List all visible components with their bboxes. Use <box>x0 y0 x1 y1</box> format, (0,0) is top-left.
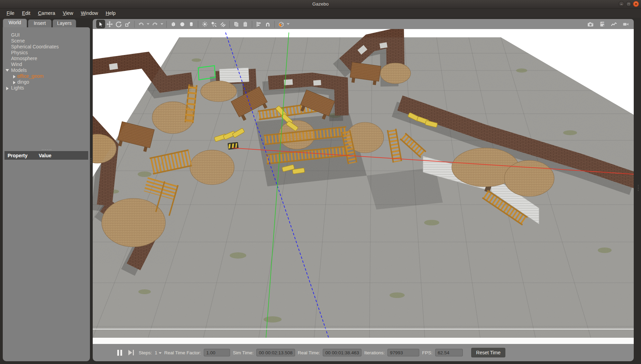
viewport-panel: LOG <box>93 19 634 361</box>
maximize-icon[interactable]: □ <box>626 1 632 7</box>
real-time-label: Real Time: <box>298 350 320 355</box>
tree-item-wind[interactable]: Wind <box>3 62 90 67</box>
translate-tool-button[interactable] <box>105 20 114 28</box>
window-title: Gazebo <box>0 0 641 8</box>
render-canvas[interactable] <box>93 29 634 344</box>
menu-file[interactable]: File <box>3 9 18 17</box>
steps-spinner[interactable]: 1 <box>155 350 162 355</box>
cylinder-shape-icon <box>188 21 194 27</box>
redo-button[interactable] <box>150 20 159 28</box>
insert-cylinder-button[interactable] <box>187 20 196 28</box>
rotate-tool-button[interactable] <box>114 20 123 28</box>
tree-item-physics[interactable]: Physics <box>3 50 90 56</box>
insert-sphere-button[interactable] <box>178 20 187 28</box>
panel-splitter-handle[interactable] <box>3 148 90 151</box>
align-button[interactable] <box>254 20 263 28</box>
insert-box-button[interactable] <box>169 20 178 28</box>
camera-icon <box>587 21 594 27</box>
select-tool-button[interactable] <box>96 20 105 28</box>
menu-help[interactable]: Help <box>102 9 119 17</box>
data-logger-button[interactable]: LOG <box>598 20 607 28</box>
render-bottom-strip <box>93 338 634 344</box>
tree-item-models[interactable]: Models <box>3 67 90 73</box>
panel-tabs: World Insert Layers <box>3 19 90 27</box>
panel-viewport-splitter[interactable] <box>91 158 91 164</box>
directional-light-button[interactable] <box>218 20 227 28</box>
align-icon <box>256 21 262 27</box>
iterations-value-box[interactable]: 97993 <box>387 349 419 356</box>
menu-camera[interactable]: Camera <box>34 9 59 17</box>
menu-bar: File Edit Camera View Window Help <box>0 9 641 18</box>
property-column-header: Property <box>4 153 39 158</box>
title-bar: Gazebo – □ ✕ <box>0 0 641 9</box>
box-shape-icon <box>170 21 176 27</box>
pause-button[interactable] <box>117 350 122 356</box>
tree-item-office-geom[interactable]: office_geom <box>3 73 90 79</box>
move-icon <box>107 21 113 27</box>
directional-light-icon <box>220 21 226 27</box>
left-panel: World Insert Layers GUI Scene Spherical … <box>3 19 90 361</box>
point-light-button[interactable] <box>200 20 209 28</box>
tree-item-gui[interactable]: GUI <box>3 32 90 38</box>
spot-light-icon <box>211 21 217 27</box>
toolbar-separator <box>274 21 275 28</box>
reset-time-button[interactable]: Reset Time <box>471 348 505 357</box>
steps-label: Steps: <box>139 350 152 355</box>
real-time-value-box[interactable]: 00 00:01:38.463 <box>323 349 361 356</box>
log-file-icon: LOG <box>599 21 605 27</box>
menu-edit[interactable]: Edit <box>18 9 34 17</box>
tree-item-atmosphere[interactable]: Atmosphere <box>3 56 90 62</box>
view-angle-button[interactable] <box>277 20 286 28</box>
window-edge-handle[interactable] <box>638 185 639 191</box>
tab-world[interactable]: World <box>3 19 27 27</box>
sim-time-value-box[interactable]: 00 00:02:13.508 <box>256 349 295 356</box>
texture-noise <box>93 29 634 338</box>
render-toolbar: LOG <box>93 19 634 29</box>
rtf-value-box[interactable]: 1.00 <box>204 349 230 356</box>
close-icon[interactable]: ✕ <box>633 1 639 7</box>
undo-button[interactable] <box>137 20 146 28</box>
undo-arrow-icon <box>138 21 144 27</box>
plot-button[interactable] <box>610 20 619 28</box>
toolbar-separator <box>229 21 230 28</box>
screenshot-button[interactable] <box>586 20 595 28</box>
fps-label: FPS: <box>422 350 432 355</box>
world-panel-body: GUI Scene Spherical Coordinates Physics … <box>3 27 90 361</box>
spot-light-button[interactable] <box>209 20 218 28</box>
paste-icon <box>242 21 248 27</box>
tab-insert[interactable]: Insert <box>28 19 52 27</box>
toolbar-separator <box>166 21 167 28</box>
copy-button[interactable] <box>232 20 241 28</box>
rotate-icon <box>116 21 122 27</box>
tab-layers[interactable]: Layers <box>53 19 76 27</box>
rtf-label: Real Time Factor: <box>164 350 201 355</box>
tree-item-scene[interactable]: Scene <box>3 38 90 44</box>
record-video-button[interactable] <box>621 20 630 28</box>
paste-button[interactable] <box>241 20 250 28</box>
scale-tool-button[interactable] <box>123 20 132 28</box>
menu-window[interactable]: Window <box>77 9 102 17</box>
value-column-header: Value <box>39 153 52 158</box>
line-chart-icon <box>611 21 617 27</box>
view-angle-dropdown-icon[interactable] <box>287 23 290 25</box>
minimize-icon[interactable]: – <box>619 1 624 7</box>
fps-value-box[interactable]: 62.54 <box>435 349 463 356</box>
steps-dropdown-icon[interactable] <box>159 352 162 354</box>
step-button[interactable] <box>128 350 134 355</box>
toolbar-separator <box>198 21 198 28</box>
tree-item-spherical-coordinates[interactable]: Spherical Coordinates <box>3 44 90 50</box>
snap-button[interactable] <box>263 20 272 28</box>
redo-history-dropdown-icon[interactable] <box>161 23 163 25</box>
collapse-arrow-icon[interactable] <box>13 81 16 84</box>
collapse-arrow-icon[interactable] <box>6 87 9 90</box>
snap-magnet-icon <box>265 21 271 27</box>
undo-history-dropdown-icon[interactable] <box>147 23 149 25</box>
tree-item-dingo[interactable]: dingo <box>3 79 90 85</box>
arrow-cursor-icon <box>98 21 104 27</box>
collapse-arrow-icon[interactable] <box>13 75 16 78</box>
expand-arrow-icon[interactable] <box>6 69 9 72</box>
redo-arrow-icon <box>152 21 158 27</box>
tree-item-lights[interactable]: Lights <box>3 85 90 91</box>
menu-view[interactable]: View <box>59 9 77 17</box>
view-angle-cube-icon <box>278 21 285 27</box>
